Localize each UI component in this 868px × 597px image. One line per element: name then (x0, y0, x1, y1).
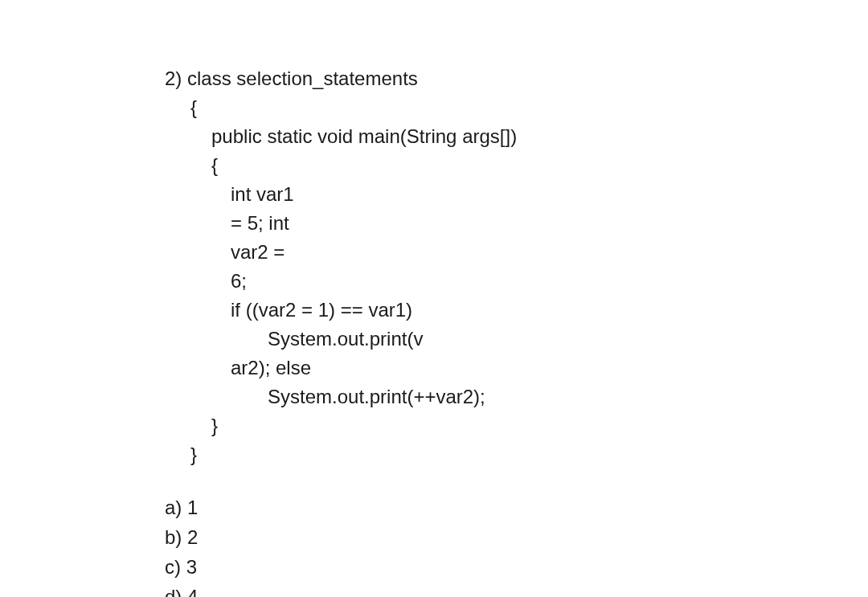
answer-options: a) 1 b) 2 c) 3 d) 4 (165, 493, 868, 597)
code-line-3: public static void main(String args[]) (165, 122, 868, 151)
code-line-8: 6; (165, 267, 868, 296)
code-line-13: } (165, 411, 868, 440)
code-line-12: System.out.print(++var2); (165, 382, 868, 411)
code-line-9: if ((var2 = 1) == var1) (165, 296, 868, 325)
code-line-14: } (165, 440, 868, 469)
option-c: c) 3 (165, 553, 868, 582)
code-line-11: ar2); else (165, 354, 868, 382)
option-b: b) 2 (165, 523, 868, 552)
code-line-7: var2 = (165, 238, 868, 267)
code-line-6: = 5; int (165, 209, 868, 238)
question-block: 2) class selection_statements { public s… (0, 0, 868, 597)
code-line-2: { (165, 93, 868, 122)
code-line-5: int var1 (165, 180, 868, 209)
option-a: a) 1 (165, 493, 868, 522)
code-text: class selection_statements (187, 67, 418, 89)
option-d: d) 4 (165, 583, 868, 597)
question-number: 2) (165, 67, 182, 89)
code-line-4: { (165, 151, 868, 180)
code-line-10: System.out.print(v (165, 325, 868, 354)
code-line-1: 2) class selection_statements (165, 64, 868, 93)
